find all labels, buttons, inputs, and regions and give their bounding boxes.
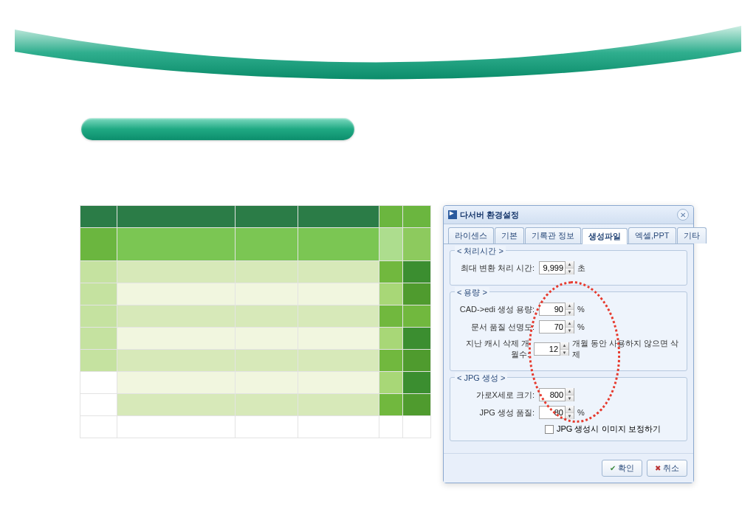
label-cache-months: 지난 캐시 삭제 개월수: [458, 338, 534, 360]
spin-up-icon[interactable]: ▲ [566, 406, 574, 413]
unit-percent: % [577, 408, 585, 417]
label-max-convert: 최대 변환 처리 시간: [458, 263, 539, 274]
fieldset-processing-time: < 처리시간 > 최대 변환 처리 시간: ▲ ▼ 초 [450, 250, 687, 286]
fieldset-jpg: < JPG 생성 > 가로X세로 크기: ▲▼ JPG 생성 품질: ▲▼ % … [450, 377, 687, 441]
play-icon [448, 210, 457, 219]
spinner-max-convert[interactable]: ▲ ▼ [539, 261, 574, 274]
tab-generated-file[interactable]: 생성파일 [582, 228, 628, 244]
label-jpg-quality: JPG 생성 품질: [458, 407, 539, 418]
spin-down-icon[interactable]: ▼ [560, 350, 568, 356]
spin-up-icon[interactable]: ▲ [566, 388, 574, 395]
spin-down-icon[interactable]: ▼ [566, 413, 574, 420]
ok-button-label: 확인 [618, 463, 634, 474]
dialog-titlebar: 다서버 환경설정 ✕ [444, 206, 693, 224]
cancel-button-label: 취소 [663, 463, 679, 474]
ok-button[interactable]: ✔ 확인 [602, 460, 642, 477]
input-cad[interactable] [540, 305, 565, 314]
tab-excel-ppt[interactable]: 엑셀,PPT [628, 227, 676, 243]
tab-other[interactable]: 기타 [677, 227, 707, 243]
close-icon: ✕ [680, 211, 686, 219]
unit-seconds: 초 [577, 263, 585, 274]
input-cache-months[interactable] [535, 345, 560, 353]
input-max-convert[interactable] [540, 263, 565, 272]
x-icon: ✖ [655, 464, 661, 472]
spin-up-icon[interactable]: ▲ [566, 303, 574, 310]
dialog-footer: ✔ 확인 ✖ 취소 [444, 453, 693, 483]
spinner-jpg-size[interactable]: ▲▼ [539, 388, 574, 401]
label-jpg-size: 가로X세로 크기: [458, 390, 539, 401]
label-doc-quality: 문서 품질 선명도: [458, 322, 539, 333]
input-jpg-size[interactable] [540, 390, 565, 399]
spinner-doc-quality[interactable]: ▲▼ [539, 320, 574, 334]
checkbox-jpg-correction[interactable] [545, 425, 554, 434]
spinner-cache-months[interactable]: ▲▼ [534, 342, 569, 356]
input-doc-quality[interactable] [540, 322, 565, 331]
dialog-body: < 처리시간 > 최대 변환 처리 시간: ▲ ▼ 초 < 용량 > CAD->… [444, 244, 693, 453]
spinner-cad[interactable]: ▲▼ [539, 303, 574, 316]
cache-suffix-text: 개월 동안 사용하지 않으면 삭제 [572, 338, 679, 360]
spinner-jpg-quality[interactable]: ▲▼ [539, 406, 574, 419]
spin-down-icon[interactable]: ▼ [566, 395, 574, 402]
spin-down-icon[interactable]: ▼ [566, 269, 574, 275]
legend-jpg: < JPG 생성 > [455, 373, 507, 384]
settings-dialog: 다서버 환경설정 ✕ 라이센스 기본 기록관 정보 생성파일 엑셀,PPT 기타… [443, 205, 694, 483]
spin-up-icon[interactable]: ▲ [566, 261, 574, 269]
tab-basic[interactable]: 기본 [495, 227, 524, 243]
tab-archive-info[interactable]: 기록관 정보 [525, 227, 581, 243]
section-pill [81, 118, 354, 140]
spin-up-icon[interactable]: ▲ [566, 320, 574, 328]
legend-capacity: < 용량 > [455, 287, 489, 298]
spin-up-icon[interactable]: ▲ [560, 342, 568, 350]
color-grid-table [80, 205, 431, 438]
checkbox-label-jpg-correction: JPG 생성시 이미지 보정하기 [557, 424, 661, 435]
input-jpg-quality[interactable] [540, 408, 565, 417]
spin-down-icon[interactable]: ▼ [566, 310, 574, 317]
header-swoosh [15, 22, 741, 81]
check-icon: ✔ [610, 464, 616, 472]
unit-percent: % [577, 322, 585, 331]
spin-down-icon[interactable]: ▼ [566, 328, 574, 334]
legend-processing: < 처리시간 > [455, 246, 506, 257]
dialog-title-text: 다서버 환경설정 [460, 210, 519, 221]
close-button[interactable]: ✕ [677, 209, 689, 221]
dialog-tabs: 라이센스 기본 기록관 정보 생성파일 엑셀,PPT 기타 [444, 224, 693, 244]
unit-percent: % [577, 305, 585, 314]
label-cad: CAD->edi 생성 용량: [458, 304, 539, 315]
fieldset-capacity: < 용량 > CAD->edi 생성 용량: ▲▼ % 문서 품질 선명도: ▲… [450, 291, 687, 371]
cancel-button[interactable]: ✖ 취소 [647, 460, 687, 477]
tab-license[interactable]: 라이센스 [448, 227, 494, 243]
